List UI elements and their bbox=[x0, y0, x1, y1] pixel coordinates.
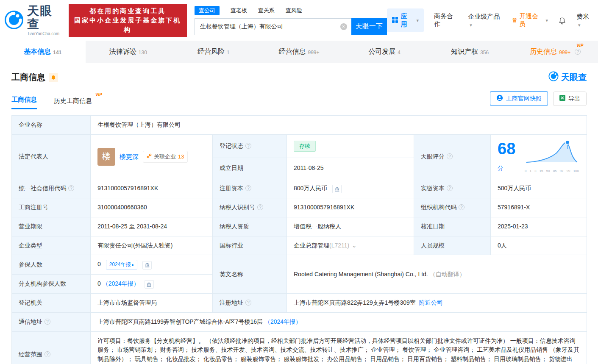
clear-search-icon[interactable] bbox=[340, 23, 347, 30]
menu-apps[interactable]: 应用 bbox=[387, 8, 424, 32]
tab-legal[interactable]: 法律诉讼 130 bbox=[86, 41, 171, 63]
menu-open-vip[interactable]: ♛ 开通会员 bbox=[512, 12, 548, 28]
table-row: 法定代表人 楼 楼更深 关联企业 13 登记状态 存续 bbox=[12, 134, 587, 158]
excel-icon bbox=[559, 95, 565, 102]
notification-bell-icon[interactable] bbox=[558, 17, 566, 25]
branch-insured-value: 0 bbox=[97, 280, 101, 287]
industry-code: (L7211) bbox=[329, 242, 349, 249]
tianyancha-logo[interactable]: 天眼查 TianYanCha.com bbox=[4, 5, 63, 36]
search-input[interactable] bbox=[195, 18, 351, 35]
table-row: 登记机关 上海市市场监督管理局 注册地址 上海市普陀区真南路822弄129支弄1… bbox=[12, 294, 587, 313]
establish-date-value: 2011-08-25 bbox=[287, 158, 414, 179]
search-button[interactable]: 天眼一下 bbox=[351, 18, 387, 35]
score-unit: 分 bbox=[498, 165, 503, 172]
search-tab-risk[interactable]: 查风险 bbox=[286, 7, 302, 14]
tab-company-development[interactable]: 公司发展 4 bbox=[342, 41, 427, 63]
menu-cooperation[interactable]: 商务合作 bbox=[434, 12, 458, 28]
staff-size-value: 0人 bbox=[491, 236, 587, 255]
search-tab-relation[interactable]: 查关系 bbox=[258, 7, 275, 14]
search-area: 查公司 查老板 查关系 查风险 天眼一下 bbox=[195, 6, 387, 35]
score-chart: 0131550859799100 bbox=[525, 139, 580, 174]
section-brand: 天眼查 bbox=[548, 71, 587, 83]
reg-capital-help-icon[interactable] bbox=[245, 185, 251, 191]
business-scope-value: 许可项目：餐饮服务【分支机构经营】。 （依法须经批准的项目，经相关部门批准后方可… bbox=[91, 331, 587, 364]
menu-enterprise-products[interactable]: 企业级产品 bbox=[468, 13, 501, 28]
tab-operation-risk[interactable]: 经营风险 1 bbox=[171, 41, 256, 63]
postal-address-help-icon[interactable] bbox=[45, 319, 50, 325]
promo-line-1: 都在用的商业查询工具 bbox=[73, 6, 183, 16]
org-code-value: 57916891-X bbox=[491, 198, 587, 217]
related-companies-link[interactable]: 关联企业 13 bbox=[143, 151, 188, 163]
taxpayer-id-help-icon[interactable] bbox=[257, 204, 263, 210]
subscribe-bell-icon[interactable] bbox=[49, 73, 58, 82]
user-name: 费米 bbox=[576, 13, 589, 20]
business-scope-help-icon[interactable] bbox=[45, 351, 50, 357]
legal-rep-avatar[interactable]: 楼 bbox=[97, 148, 115, 166]
reg-capital-cell: 800万人民币 bbox=[287, 179, 414, 198]
search-tab-boss[interactable]: 查老板 bbox=[231, 7, 247, 14]
credit-code-value: 9131000057916891XK bbox=[91, 179, 213, 198]
tab-business-info-label: 经营信息 bbox=[279, 47, 306, 56]
company-name-value: 生根餐饮管理（上海）有限公司 bbox=[91, 116, 587, 135]
user-menu[interactable]: 费米 bbox=[576, 13, 592, 28]
company-type-value: 有限责任公司(外国法人独资) bbox=[91, 236, 213, 255]
tab-history-info-label: 历史信息 bbox=[530, 47, 557, 56]
related-companies-count: 13 bbox=[178, 153, 184, 161]
legal-rep-label: 法定代表人 bbox=[12, 134, 91, 179]
industry-cell[interactable]: 企业总部管理(L7211) bbox=[287, 236, 414, 255]
reg-address-help-icon[interactable] bbox=[245, 300, 251, 306]
tab-basic-info-count: 141 bbox=[53, 50, 61, 56]
reg-status-label: 登记状态 bbox=[213, 134, 287, 158]
history-help-icon[interactable] bbox=[575, 49, 581, 55]
english-name-value: Rooted Catering Management (Shanghai) Co… bbox=[294, 271, 428, 278]
credit-code-help-icon[interactable] bbox=[68, 185, 74, 191]
insured-annual-report-link[interactable]: 2024年报 bbox=[106, 260, 138, 270]
paid-capital-help-icon[interactable] bbox=[447, 185, 453, 191]
subtab-history-registration[interactable]: VIP 历史工商信息 bbox=[54, 97, 92, 109]
promo-banner: 都在用的商业查询工具 国家中小企业发展子基金旗下机构 bbox=[69, 4, 187, 36]
org-code-help-icon[interactable] bbox=[459, 204, 464, 210]
apps-grid-icon bbox=[392, 17, 398, 24]
reg-authority-value: 上海市市场监督管理局 bbox=[91, 294, 213, 313]
business-term-label: 营业期限 bbox=[12, 217, 91, 236]
subtab-business-registration[interactable]: 工商信息 bbox=[11, 96, 37, 109]
score-value[interactable]: 68分 bbox=[498, 141, 519, 173]
postal-annual-report-link[interactable]: （2024年报） bbox=[264, 318, 301, 325]
reg-capital-label-text: 注册资本 bbox=[220, 185, 243, 192]
header-menu: 应用 商务合作 企业级产品 ♛ 开通会员 费米 bbox=[387, 8, 592, 32]
insured-institution-icon[interactable] bbox=[142, 261, 152, 270]
capital-institution-icon[interactable] bbox=[332, 185, 342, 193]
reg-number-value: 310000400660360 bbox=[91, 198, 213, 217]
branch-insured-label: 分支机构参保人数 bbox=[12, 274, 91, 294]
table-row: 参保人数 0 2024年报 英文名称 Rooted Catering Manag… bbox=[12, 255, 587, 275]
tab-legal-label: 法律诉讼 bbox=[109, 47, 136, 56]
tab-business-info[interactable]: 经营信息 999+ bbox=[256, 41, 342, 63]
org-code-label-text: 组织机构代码 bbox=[421, 204, 456, 211]
branch-insured-cell: 0 （2024年报） bbox=[91, 274, 213, 294]
reg-address-cell: 上海市普陀区真南路822弄129支弄1号楼309室 附近公司 bbox=[287, 294, 587, 313]
tab-basic-info[interactable]: 基本信息 141 bbox=[0, 41, 86, 63]
tab-company-development-label: 公司发展 bbox=[368, 47, 395, 56]
taxpayer-quality-label: 纳税人资质 bbox=[213, 217, 287, 236]
branch-annual-report-link[interactable]: （2024年报） bbox=[103, 280, 139, 287]
nearby-companies-link[interactable]: 附近公司 bbox=[419, 299, 443, 306]
export-button[interactable]: 导出 bbox=[553, 92, 587, 106]
tab-basic-info-label: 基本信息 bbox=[24, 47, 51, 56]
official-snapshot-button[interactable]: 工商官网快照 bbox=[490, 91, 548, 106]
tab-history-info[interactable]: VIP 历史信息 999+ bbox=[512, 41, 598, 63]
table-row: 企业名称 生根餐饮管理（上海）有限公司 bbox=[12, 116, 587, 135]
score-help-icon[interactable] bbox=[447, 153, 453, 159]
tab-intellectual-property[interactable]: 知识产权 356 bbox=[427, 41, 513, 63]
paid-capital-value: 500万人民币 bbox=[491, 179, 587, 198]
business-term-value: 2011-08-25 至 2031-08-24 bbox=[91, 217, 213, 236]
table-row: 企业类型 有限责任公司(外国法人独资) 国标行业 企业总部管理(L7211) 人… bbox=[12, 236, 587, 255]
tab-legal-count: 130 bbox=[139, 50, 147, 56]
legal-rep-name[interactable]: 楼更深 bbox=[120, 152, 139, 161]
search-tab-company[interactable]: 查公司 bbox=[195, 6, 220, 15]
business-scope-label: 经营范围 bbox=[12, 331, 91, 364]
branch-institution-icon[interactable] bbox=[145, 280, 154, 289]
tab-company-development-count: 4 bbox=[398, 50, 401, 56]
menu-enterprise-label: 企业级产品 bbox=[468, 13, 500, 20]
reg-status-help-icon[interactable] bbox=[245, 143, 251, 149]
search-tabs: 查公司 查老板 查关系 查风险 bbox=[195, 6, 387, 15]
